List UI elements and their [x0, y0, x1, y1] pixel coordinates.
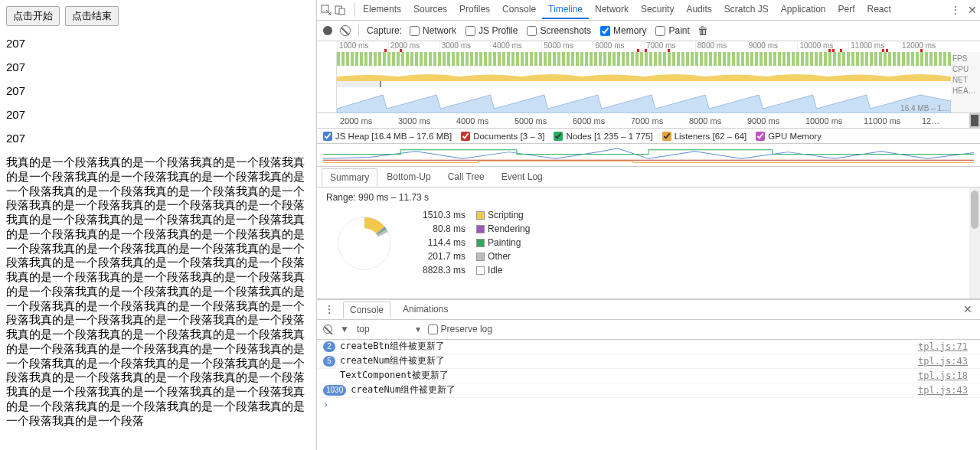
- number-item: 207: [6, 132, 310, 145]
- svg-point-3: [349, 228, 380, 259]
- log-source-link[interactable]: tpl.js:43: [918, 356, 974, 367]
- tab-timeline[interactable]: Timeline: [542, 1, 589, 19]
- number-item: 207: [6, 60, 310, 73]
- log-row: 2createBtn组件被更新了tpl.js:71: [317, 340, 980, 354]
- legend-row: 1510.3 msScripting: [418, 209, 534, 221]
- app-pane: 点击开始 点击结束 207207207207207 我真的是一个段落我真的是一个…: [0, 0, 317, 450]
- tab-scratch-js[interactable]: Scratch JS: [718, 1, 775, 19]
- tab-application[interactable]: Application: [775, 1, 832, 19]
- devtools-tabstrip: ElementsSourcesProfilesConsoleTimelineNe…: [317, 0, 980, 21]
- heap-track: [337, 87, 951, 113]
- tab-sources[interactable]: Sources: [407, 1, 453, 19]
- log-source-link[interactable]: tpl.js:18: [918, 370, 974, 381]
- record-button[interactable]: [323, 26, 332, 35]
- device-icon[interactable]: [334, 4, 346, 16]
- log-row: 1030createNum组件被更新了tpl.js:43: [317, 383, 980, 398]
- timeline-overview[interactable]: 1000 ms2000 ms3000 ms4000 ms5000 ms6000 …: [317, 41, 980, 113]
- more-icon[interactable]: ⋮: [948, 4, 963, 16]
- timeline-toolbar: Capture: Network JS Profile Screenshots …: [317, 21, 980, 41]
- legend-row: 8828.3 msIdle: [418, 264, 534, 276]
- capture-paint[interactable]: Paint: [655, 25, 689, 36]
- legend-row: 201.7 msOther: [418, 250, 534, 262]
- capture-js-profile[interactable]: JS Profile: [466, 25, 518, 36]
- tab-audits[interactable]: Audits: [680, 1, 717, 19]
- tab-security[interactable]: Security: [635, 1, 680, 19]
- ruler-scrollbar[interactable]: [969, 113, 980, 128]
- tab-perf[interactable]: Perf: [832, 1, 861, 19]
- paragraph-text: 我真的是一个段落我真的是一个段落我真的是一个段落我真的是一个段落我真的是一个段落…: [6, 155, 310, 428]
- drawer-tabs: ⋮ Console Animations ✕: [317, 299, 980, 320]
- capture-network[interactable]: Network: [410, 25, 456, 36]
- tab-elements[interactable]: Elements: [357, 1, 407, 19]
- subtab-summary[interactable]: Summary: [322, 168, 377, 187]
- summary-body: 1510.3 msScripting80.8 msRendering114.4 …: [317, 188, 980, 270]
- capture-memory[interactable]: Memory: [600, 25, 646, 36]
- log-source-link[interactable]: tpl.js:43: [918, 385, 974, 396]
- trash-icon[interactable]: 🗑: [697, 24, 708, 37]
- counter-js[interactable]: JS Heap [16.4 MB – 17.6 MB]: [323, 132, 452, 141]
- filter-icon[interactable]: ▼: [340, 324, 349, 334]
- preserve-log-checkbox[interactable]: [428, 324, 438, 334]
- context-selector[interactable]: top▾: [357, 324, 420, 334]
- start-button[interactable]: 点击开始: [6, 6, 60, 26]
- subtab-call-tree[interactable]: Call Tree: [440, 168, 492, 185]
- counter-documents[interactable]: Documents [3 – 3]: [461, 132, 544, 141]
- log-row: 5createNum组件被更新了tpl.js:43: [317, 354, 980, 369]
- summary-scrollbar[interactable]: [969, 188, 980, 298]
- tab-network[interactable]: Network: [589, 1, 635, 19]
- tab-console[interactable]: Console: [496, 1, 542, 19]
- tab-console[interactable]: Console: [343, 302, 390, 318]
- summary-pie: [326, 209, 403, 278]
- legend-row: 80.8 msRendering: [418, 223, 534, 235]
- net-track: [337, 81, 951, 87]
- clear-icon[interactable]: [340, 25, 351, 36]
- tab-profiles[interactable]: Profiles: [453, 1, 496, 19]
- number-item: 207: [6, 84, 310, 97]
- counter-listeners[interactable]: Listeners [62 – 64]: [662, 132, 747, 141]
- svg-rect-2: [339, 8, 345, 15]
- end-button[interactable]: 点击结束: [65, 6, 119, 26]
- capture-label: Capture:: [367, 25, 402, 36]
- counter-nodes[interactable]: Nodes [1 235 – 1 775]: [554, 132, 652, 141]
- fps-track: [337, 52, 951, 66]
- console-toolbar: ▼ top▾ Preserve log: [317, 320, 980, 340]
- inspect-icon[interactable]: [320, 4, 332, 16]
- close-drawer-icon[interactable]: ✕: [960, 303, 975, 315]
- log-row: TextComponent被更新了tpl.js:18: [317, 369, 980, 383]
- preserve-log-label: Preserve log: [441, 324, 492, 334]
- tab-react[interactable]: React: [861, 1, 897, 19]
- log-source-link[interactable]: tpl.js:71: [918, 341, 974, 352]
- number-list: 207207207207207: [6, 37, 310, 145]
- tab-animations[interactable]: Animations: [397, 302, 454, 317]
- capture-screenshots[interactable]: Screenshots: [527, 25, 591, 36]
- drawer-more-icon[interactable]: ⋮: [322, 303, 337, 315]
- counter-gpu[interactable]: GPU Memory: [756, 132, 822, 141]
- memory-counters: JS Heap [16.4 MB – 17.6 MB] Documents [3…: [317, 129, 980, 144]
- number-item: 207: [6, 108, 310, 121]
- number-item: 207: [6, 37, 310, 50]
- close-devtools-icon[interactable]: ✕: [968, 4, 977, 16]
- timeline-subtabs: SummaryBottom-UpCall TreeEvent Log: [317, 167, 980, 188]
- counter-graph: [317, 144, 980, 167]
- console-prompt[interactable]: ›: [317, 398, 980, 412]
- clear-console-icon[interactable]: [323, 324, 332, 334]
- subtab-bottom-up[interactable]: Bottom-Up: [379, 168, 438, 185]
- devtools-panel: ElementsSourcesProfilesConsoleTimelineNe…: [317, 0, 980, 450]
- heap-size-label: 16.4 MB – 1…: [900, 104, 949, 112]
- legend-row: 114.4 msPainting: [418, 236, 534, 249]
- subtab-event-log[interactable]: Event Log: [494, 168, 550, 185]
- summary-legend: 1510.3 msScripting80.8 msRendering114.4 …: [416, 207, 536, 278]
- cpu-track: [337, 66, 951, 81]
- timeline-ruler[interactable]: 2000 ms3000 ms4000 ms5000 ms6000 ms7000 …: [317, 113, 980, 129]
- console-output[interactable]: 2createBtn组件被更新了tpl.js:715createNum组件被更新…: [317, 340, 980, 451]
